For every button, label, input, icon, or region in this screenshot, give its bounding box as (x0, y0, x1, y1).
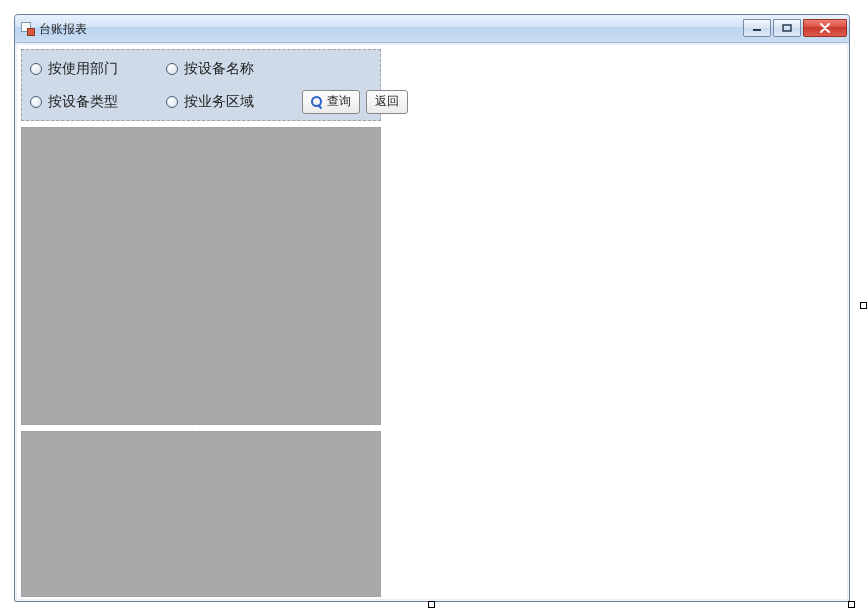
radio-icon (166, 96, 178, 108)
radio-by-region[interactable]: 按业务区域 (166, 93, 296, 111)
radio-label: 按业务区域 (184, 93, 254, 111)
minimize-button[interactable] (743, 19, 771, 37)
back-button[interactable]: 返回 (366, 90, 408, 114)
radio-by-name[interactable]: 按设备名称 (166, 60, 296, 78)
window-title: 台账报表 (39, 15, 739, 43)
svg-rect-1 (783, 25, 791, 31)
minimize-icon (752, 24, 762, 32)
result-grid-1[interactable] (21, 127, 381, 425)
radio-by-department[interactable]: 按使用部门 (30, 60, 160, 78)
radio-icon (166, 63, 178, 75)
design-surface: 台账报表 (0, 0, 868, 615)
form-window: 台账报表 (14, 14, 850, 602)
close-icon (819, 23, 831, 33)
radio-icon (30, 63, 42, 75)
button-label: 返回 (375, 93, 399, 110)
radio-by-type[interactable]: 按设备类型 (30, 93, 160, 111)
filter-panel: 按使用部门 按设备名称 按设备类型 按业务区域 查询 (21, 49, 381, 121)
button-label: 查询 (327, 93, 351, 110)
radio-icon (30, 96, 42, 108)
resize-handle-bottom[interactable] (428, 601, 435, 608)
title-bar[interactable]: 台账报表 (15, 15, 849, 43)
window-buttons (743, 19, 847, 37)
search-icon (311, 96, 323, 108)
close-button[interactable] (803, 19, 847, 37)
resize-handle-bottom-right[interactable] (848, 601, 855, 608)
radio-label: 按设备类型 (48, 93, 118, 111)
svg-rect-0 (753, 29, 761, 31)
result-grid-2[interactable] (21, 431, 381, 597)
maximize-icon (782, 24, 792, 32)
resize-handle-right[interactable] (860, 302, 867, 309)
radio-label: 按使用部门 (48, 60, 118, 78)
radio-label: 按设备名称 (184, 60, 254, 78)
form-client-area: 按使用部门 按设备名称 按设备类型 按业务区域 查询 (17, 45, 847, 599)
app-icon (21, 22, 35, 36)
query-button[interactable]: 查询 (302, 90, 360, 114)
maximize-button[interactable] (773, 19, 801, 37)
